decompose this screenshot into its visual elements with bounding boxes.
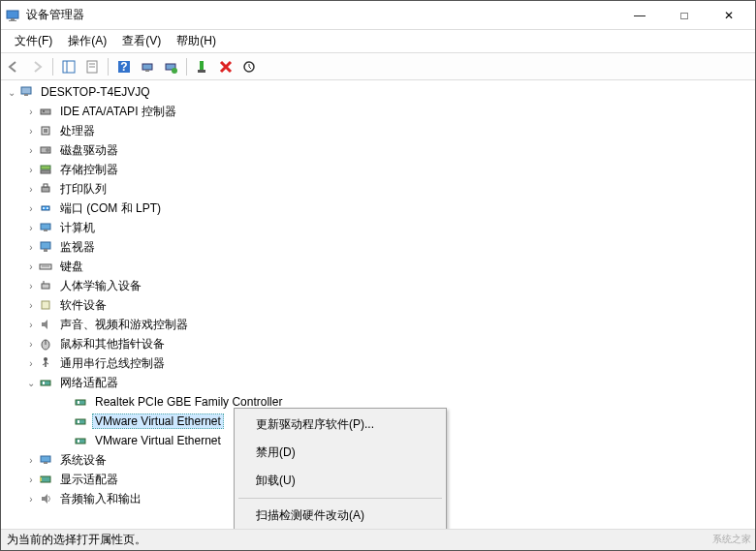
expand-icon[interactable]: › bbox=[24, 145, 38, 156]
node-label: VMware Virtual Ethernet bbox=[92, 413, 224, 429]
tree-category-disk[interactable]: ›磁盘驱动器 bbox=[1, 140, 755, 160]
node-label: 显示适配器 bbox=[57, 471, 121, 489]
node-label: 音频输入和输出 bbox=[57, 490, 144, 508]
tree-category-hid[interactable]: ›人体学输入设备 bbox=[1, 276, 755, 295]
help-button[interactable]: ? bbox=[113, 56, 135, 77]
ctx-uninstall[interactable]: 卸载(U) bbox=[236, 467, 444, 495]
expand-icon[interactable]: › bbox=[24, 223, 38, 233]
system-icon bbox=[38, 452, 53, 468]
printer-icon bbox=[38, 181, 53, 197]
expand-icon[interactable]: › bbox=[24, 203, 38, 214]
mouse-icon bbox=[38, 336, 53, 352]
display-adapter-icon bbox=[38, 472, 53, 487]
menu-action[interactable]: 操作(A) bbox=[60, 31, 114, 51]
ctx-separator bbox=[238, 498, 442, 499]
tree-category-cpu[interactable]: ›处理器 bbox=[1, 121, 755, 140]
ctx-disable[interactable]: 禁用(D) bbox=[236, 439, 444, 467]
svg-rect-53 bbox=[41, 456, 50, 462]
show-pane-button[interactable] bbox=[58, 56, 79, 77]
expand-icon[interactable]: › bbox=[24, 281, 38, 291]
svg-rect-22 bbox=[44, 129, 47, 133]
expand-icon[interactable]: › bbox=[24, 261, 38, 272]
monitor-icon bbox=[38, 239, 53, 255]
svg-rect-11 bbox=[145, 70, 149, 72]
scan-button[interactable] bbox=[137, 56, 158, 77]
svg-rect-54 bbox=[44, 462, 47, 464]
tree-category-network[interactable]: ⌄网络适配器 bbox=[1, 373, 755, 392]
svg-rect-48 bbox=[78, 401, 79, 404]
collapse-icon[interactable]: ⌄ bbox=[5, 87, 18, 98]
expand-icon[interactable]: › bbox=[24, 107, 38, 117]
tree-category-keyboard[interactable]: ›键盘 bbox=[1, 257, 755, 276]
forward-button[interactable] bbox=[26, 56, 47, 77]
menu-file[interactable]: 文件(F) bbox=[7, 31, 60, 51]
back-button[interactable] bbox=[3, 56, 24, 77]
properties-button[interactable] bbox=[81, 56, 103, 77]
svg-rect-10 bbox=[142, 64, 152, 70]
svg-rect-1 bbox=[11, 18, 15, 20]
tree-category-sound[interactable]: ›声音、视频和游戏控制器 bbox=[1, 315, 755, 334]
expand-icon[interactable]: › bbox=[24, 320, 38, 330]
update-driver-button[interactable] bbox=[160, 56, 181, 77]
ctx-scan[interactable]: 扫描检测硬件改动(A) bbox=[236, 502, 444, 530]
expand-icon[interactable]: › bbox=[24, 494, 38, 505]
svg-rect-26 bbox=[41, 170, 50, 173]
node-label: 声音、视频和游戏控制器 bbox=[57, 316, 191, 334]
menu-view[interactable]: 查看(V) bbox=[114, 31, 169, 51]
keyboard-icon bbox=[38, 259, 53, 274]
tree-category-monitor[interactable]: ›监视器 bbox=[1, 237, 755, 257]
statusbar: 为当前的选择打开属性页。 bbox=[1, 529, 755, 550]
expand-icon[interactable]: › bbox=[24, 358, 38, 369]
expand-icon[interactable]: › bbox=[24, 165, 38, 175]
node-label: 计算机 bbox=[57, 219, 98, 237]
svg-rect-46 bbox=[43, 382, 45, 384]
expand-icon[interactable]: › bbox=[24, 242, 38, 253]
tree-category-ports[interactable]: ›端口 (COM 和 LPT) bbox=[1, 199, 755, 218]
node-label: 网络适配器 bbox=[57, 374, 121, 392]
node-label: IDE ATA/ATAPI 控制器 bbox=[57, 103, 179, 121]
tree-category-computers[interactable]: ›计算机 bbox=[1, 218, 755, 237]
expand-icon[interactable]: › bbox=[24, 300, 38, 311]
ctx-update-driver[interactable]: 更新驱动程序软件(P)... bbox=[236, 411, 444, 439]
titlebar: 设备管理器 — □ ✕ bbox=[1, 1, 755, 30]
svg-rect-32 bbox=[41, 224, 50, 230]
tree-category-mouse[interactable]: ›鼠标和其他指针设备 bbox=[1, 334, 755, 353]
uninstall-button[interactable] bbox=[215, 56, 236, 77]
tree-root[interactable]: ⌄ DESKTOP-T4EJVJQ bbox=[1, 82, 755, 102]
svg-rect-40 bbox=[42, 301, 49, 309]
enable-button[interactable] bbox=[192, 56, 213, 77]
svg-rect-14 bbox=[200, 61, 204, 70]
app-icon bbox=[5, 8, 20, 23]
node-label: VMware Virtual Ethernet bbox=[92, 433, 224, 448]
tree-category-printer[interactable]: ›打印队列 bbox=[1, 179, 755, 199]
collapse-icon[interactable]: ⌄ bbox=[24, 378, 38, 388]
tree-category-storage[interactable]: ›存储控制器 bbox=[1, 160, 755, 179]
svg-rect-15 bbox=[198, 70, 205, 73]
node-label: 通用串行总线控制器 bbox=[57, 354, 168, 373]
svg-point-30 bbox=[43, 207, 45, 209]
node-label: 打印队列 bbox=[57, 180, 110, 199]
node-label: 键盘 bbox=[57, 258, 86, 276]
minimize-button[interactable]: — bbox=[617, 1, 662, 30]
maximize-button[interactable]: □ bbox=[662, 1, 707, 30]
expand-icon[interactable]: › bbox=[24, 126, 38, 137]
svg-rect-35 bbox=[44, 249, 47, 252]
node-label: 系统设备 bbox=[57, 451, 110, 470]
expand-icon[interactable]: › bbox=[24, 184, 38, 195]
disk-icon bbox=[38, 142, 53, 158]
scan-hardware-button[interactable] bbox=[238, 56, 260, 77]
expand-icon[interactable]: › bbox=[24, 455, 38, 466]
svg-rect-18 bbox=[24, 94, 28, 96]
menu-help[interactable]: 帮助(H) bbox=[169, 31, 224, 51]
expand-icon[interactable]: › bbox=[24, 474, 38, 485]
svg-rect-28 bbox=[44, 184, 47, 187]
tree-category-ide[interactable]: ›IDE ATA/ATAPI 控制器 bbox=[1, 102, 755, 121]
svg-rect-33 bbox=[44, 230, 47, 231]
close-button[interactable]: ✕ bbox=[707, 1, 751, 30]
tree-category-usb[interactable]: ›通用串行总线控制器 bbox=[1, 353, 755, 373]
expand-icon[interactable]: › bbox=[24, 339, 38, 350]
svg-text:?: ? bbox=[120, 60, 127, 74]
svg-rect-49 bbox=[76, 419, 85, 424]
tree-category-software[interactable]: ›软件设备 bbox=[1, 295, 755, 315]
speaker-icon bbox=[38, 317, 53, 332]
